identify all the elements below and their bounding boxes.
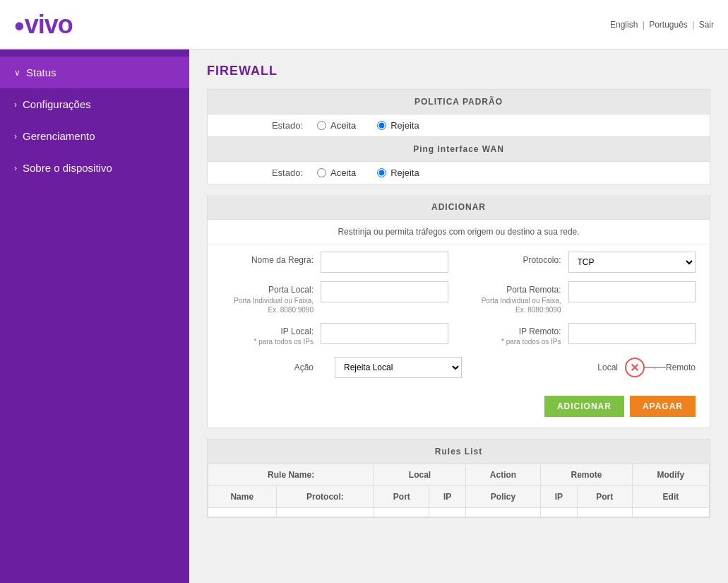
politica-radio-group: Aceita Rejeita [317,120,419,131]
local-header: Local [374,464,466,486]
rules-table: Rule Name: Local Action Remote Modify Na… [208,464,710,517]
porta-remota-input[interactable] [568,281,696,302]
x-circle-button[interactable]: ✕ [625,358,645,377]
ping-wan-header: Ping Interface WAN [208,137,710,162]
logo-text: vivo [25,10,73,39]
acao-label: Ação [222,363,314,372]
sidebar-item-sobre[interactable]: › Sobre o dispositivo [0,152,189,184]
ping-wan-section: Ping Interface WAN Estado: Aceita Rejeit… [207,137,710,184]
porta-remota-input-wrap [568,281,696,302]
col-policy: Policy [465,486,540,508]
ping-radio-group: Aceita Rejeita [317,167,419,178]
ip-remoto-input-wrap [568,323,696,344]
porta-remota-label: Porta Remota: Porta Individual ou Faixa,… [470,281,561,314]
ping-estado-label: Estado: [218,167,303,178]
rejeita-option-ping[interactable]: Rejeita [377,167,419,178]
aceita-option-ping[interactable]: Aceita [317,167,356,178]
aceita-label-politica: Aceita [330,120,356,131]
sidebar-item-configuracoes[interactable]: › Configurações [0,88,189,120]
porta-local-input[interactable] [321,281,448,302]
x-icon: ✕ [630,361,639,375]
rules-header-row1: Rule Name: Local Action Remote Modify [208,464,710,486]
ip-local-input[interactable] [321,323,448,344]
main-layout: ∨ Status › Configurações › Gerenciamento… [0,49,728,583]
ip-remoto-input[interactable] [568,323,696,344]
local-direction-label: Local [597,363,618,372]
acao-select[interactable]: Rejeita Local Aceita Local Rejeita Remot… [335,357,462,378]
col-name: Name [208,486,277,508]
chevron-right-icon-sobre: › [14,163,17,173]
rejeita-radio-ping[interactable] [377,168,386,177]
aceita-radio-ping[interactable] [317,168,326,177]
sidebar-item-label-gerenciamento: Gerenciamento [23,130,95,142]
aceita-label-ping: Aceita [330,167,356,178]
rejeita-option-politica[interactable]: Rejeita [377,120,419,131]
remoto-direction-label: Remoto [666,363,696,372]
sidebar-item-label-configuracoes: Configurações [23,98,91,110]
acao-row: Ação Rejeita Local Aceita Local Rejeita … [222,357,696,378]
ip-remoto-group: IP Remoto: * para todos os IPs [470,323,696,347]
apagar-button[interactable]: APAGAR [630,396,696,417]
sidebar-item-gerenciamento[interactable]: › Gerenciamento [0,120,189,152]
modify-header: Modify [632,464,709,486]
rules-list-section: Rules List Rule Name: Local Action Remot… [207,439,710,518]
politica-padrao-section: POLITICA PADRÃO Estado: Aceita Rejeita [207,89,710,137]
adicionar-button[interactable]: ADICIONAR [544,396,624,417]
politica-padrao-header: POLITICA PADRÃO [208,90,710,114]
lang-exit-link[interactable]: Sair [699,20,714,30]
protocolo-select[interactable]: TCP UDP ICMP All [568,252,696,273]
rejeita-radio-politica[interactable] [377,121,386,130]
porta-remota-group: Porta Remota: Porta Individual ou Faixa,… [470,281,696,314]
porta-local-input-wrap [321,281,448,302]
politica-padrao-form-row: Estado: Aceita Rejeita [208,114,710,136]
logo-dot: • [14,9,25,42]
sidebar-item-status[interactable]: ∨ Status [0,57,189,88]
sidebar: ∨ Status › Configurações › Gerenciamento… [0,49,189,583]
col-local-port: Port [374,486,429,508]
ping-wan-form-row: Estado: Aceita Rejeita [208,162,710,184]
logo: •vivo [14,10,73,40]
nome-regra-input-wrap [321,252,448,273]
porta-remota-sub: Porta Individual ou Faixa, Ex. 8080:9090 [470,296,561,314]
action-header: Action [465,464,540,486]
nome-regra-group: Nome da Regra: [222,252,448,273]
col-remote-port: Port [577,486,632,508]
sidebar-item-label-sobre: Sobre o dispositivo [23,162,112,174]
acao-select-wrap: Rejeita Local Aceita Local Rejeita Remot… [335,357,534,378]
chevron-down-icon: ∨ [14,68,20,78]
col-remote-ip: IP [541,486,577,508]
remote-header: Remote [541,464,633,486]
adicionar-header: ADICIONAR [208,195,710,220]
header: •vivo English | Português | Sair [0,0,728,49]
col-local-ip: IP [429,486,465,508]
lang-separator2: | [692,20,696,30]
aceita-radio-politica[interactable] [317,121,326,130]
rejeita-label-ping: Rejeita [390,167,419,178]
porta-local-label: Porta Local: Porta Individual ou Faixa, … [222,281,314,314]
direction-indicator: ✕ → [625,358,659,377]
chevron-right-icon-gerenciamento: › [14,131,17,141]
estado-label: Estado: [218,120,303,131]
protocolo-select-wrap: TCP UDP ICMP All [568,252,696,273]
adicionar-description: Restrinja ou permita tráfegos com origem… [208,220,710,245]
rules-header-row2: Name Protocol: Port IP Policy IP Port Ed… [208,486,710,508]
lang-english-link[interactable]: English [610,20,638,30]
add-form-grid: Nome da Regra: Protocolo: TCP UD [222,252,696,346]
nome-regra-input[interactable] [321,252,448,273]
table-row-empty [208,508,710,517]
header-links: English | Português | Sair [610,20,714,30]
protocolo-label: Protocolo: [470,252,561,266]
porta-local-group: Porta Local: Porta Individual ou Faixa, … [222,281,448,314]
sections-wrap: POLITICA PADRÃO Estado: Aceita Rejeita [207,89,710,428]
page-title: FIREWALL [207,64,710,78]
col-edit: Edit [632,486,709,508]
aceita-option-politica[interactable]: Aceita [317,120,356,131]
ip-remoto-sub: * para todos os IPs [470,337,561,346]
adicionar-section: ADICIONAR Restrinja ou permita tráfegos … [207,195,710,428]
lang-separator: | [643,20,645,30]
chevron-right-icon-configuracoes: › [14,100,17,110]
add-form: Nome da Regra: Protocolo: TCP UD [208,245,710,389]
direction-control: Local ✕ → Remoto [597,358,696,377]
ip-remoto-label: IP Remoto: * para todos os IPs [470,323,561,347]
lang-portuguese-link[interactable]: Português [649,20,688,30]
